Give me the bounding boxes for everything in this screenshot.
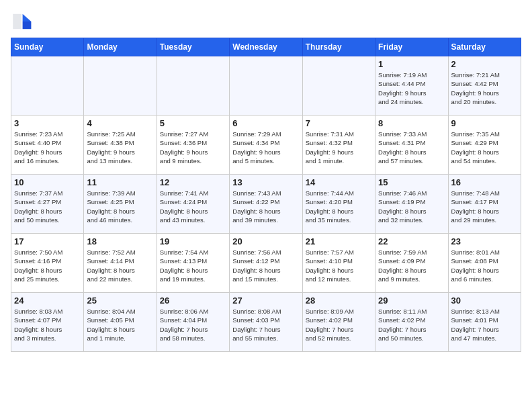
calendar-week-row: 1Sunrise: 7:19 AM Sunset: 4:44 PM Daylig… <box>11 56 521 116</box>
day-info: Sunrise: 8:08 AM Sunset: 4:03 PM Dayligh… <box>232 307 299 342</box>
calendar-cell: 30Sunrise: 8:13 AM Sunset: 4:01 PM Dayli… <box>448 293 521 352</box>
weekday-header: Sunday <box>11 38 84 56</box>
day-info: Sunrise: 7:33 AM Sunset: 4:31 PM Dayligh… <box>378 130 445 165</box>
calendar-cell: 9Sunrise: 7:35 AM Sunset: 4:29 PM Daylig… <box>448 116 521 175</box>
calendar-cell: 15Sunrise: 7:46 AM Sunset: 4:19 PM Dayli… <box>375 175 448 234</box>
calendar-cell: 16Sunrise: 7:48 AM Sunset: 4:17 PM Dayli… <box>448 175 521 234</box>
day-info: Sunrise: 8:04 AM Sunset: 4:05 PM Dayligh… <box>87 307 153 342</box>
day-info: Sunrise: 7:21 AM Sunset: 4:42 PM Dayligh… <box>451 71 518 106</box>
calendar-cell: 11Sunrise: 7:39 AM Sunset: 4:25 PM Dayli… <box>84 175 157 234</box>
calendar-cell: 2Sunrise: 7:21 AM Sunset: 4:42 PM Daylig… <box>448 56 521 116</box>
day-number: 25 <box>87 295 153 306</box>
svg-marker-1 <box>23 21 32 29</box>
calendar-week-row: 3Sunrise: 7:23 AM Sunset: 4:40 PM Daylig… <box>11 116 521 175</box>
day-number: 6 <box>232 118 299 128</box>
day-info: Sunrise: 8:06 AM Sunset: 4:04 PM Dayligh… <box>160 307 226 342</box>
day-number: 7 <box>306 118 372 128</box>
calendar-cell <box>11 56 84 116</box>
day-info: Sunrise: 8:13 AM Sunset: 4:01 PM Dayligh… <box>451 307 518 342</box>
calendar-cell: 3Sunrise: 7:23 AM Sunset: 4:40 PM Daylig… <box>11 116 84 175</box>
day-number: 21 <box>306 236 372 246</box>
calendar-cell: 1Sunrise: 7:19 AM Sunset: 4:44 PM Daylig… <box>375 56 448 116</box>
calendar-cell: 20Sunrise: 7:56 AM Sunset: 4:12 PM Dayli… <box>230 234 302 293</box>
calendar-cell: 22Sunrise: 7:59 AM Sunset: 4:09 PM Dayli… <box>375 234 448 293</box>
weekday-header: Friday <box>375 38 448 56</box>
calendar-week-row: 17Sunrise: 7:50 AM Sunset: 4:16 PM Dayli… <box>11 234 521 293</box>
day-info: Sunrise: 7:41 AM Sunset: 4:24 PM Dayligh… <box>160 189 226 224</box>
logo <box>11 11 35 32</box>
day-info: Sunrise: 7:50 AM Sunset: 4:16 PM Dayligh… <box>14 248 81 283</box>
day-info: Sunrise: 7:27 AM Sunset: 4:36 PM Dayligh… <box>160 130 226 165</box>
day-info: Sunrise: 8:11 AM Sunset: 4:02 PM Dayligh… <box>378 307 445 342</box>
day-number: 15 <box>378 177 445 187</box>
calendar-cell: 13Sunrise: 7:43 AM Sunset: 4:22 PM Dayli… <box>230 175 302 234</box>
day-number: 20 <box>232 236 299 246</box>
day-info: Sunrise: 8:01 AM Sunset: 4:08 PM Dayligh… <box>451 248 518 283</box>
day-info: Sunrise: 7:48 AM Sunset: 4:17 PM Dayligh… <box>451 189 518 224</box>
day-number: 22 <box>378 236 445 246</box>
day-info: Sunrise: 8:09 AM Sunset: 4:02 PM Dayligh… <box>306 307 372 342</box>
day-number: 5 <box>160 118 226 128</box>
weekday-header: Monday <box>84 38 157 56</box>
day-info: Sunrise: 7:54 AM Sunset: 4:13 PM Dayligh… <box>160 248 226 283</box>
day-info: Sunrise: 7:31 AM Sunset: 4:32 PM Dayligh… <box>306 130 372 165</box>
day-info: Sunrise: 7:57 AM Sunset: 4:10 PM Dayligh… <box>306 248 372 283</box>
calendar-table: SundayMondayTuesdayWednesdayThursdayFrid… <box>11 38 521 352</box>
day-number: 29 <box>378 295 445 306</box>
day-number: 14 <box>306 177 372 187</box>
day-number: 10 <box>14 177 81 187</box>
calendar-cell <box>84 56 157 116</box>
calendar-cell: 29Sunrise: 8:11 AM Sunset: 4:02 PM Dayli… <box>375 293 448 352</box>
calendar-cell: 7Sunrise: 7:31 AM Sunset: 4:32 PM Daylig… <box>302 116 375 175</box>
calendar-cell: 6Sunrise: 7:29 AM Sunset: 4:34 PM Daylig… <box>230 116 302 175</box>
calendar-cell <box>230 56 302 116</box>
day-number: 27 <box>232 295 299 306</box>
calendar-cell <box>302 56 375 116</box>
day-info: Sunrise: 7:25 AM Sunset: 4:38 PM Dayligh… <box>87 130 153 165</box>
day-number: 28 <box>306 295 372 306</box>
day-number: 11 <box>87 177 153 187</box>
day-info: Sunrise: 7:39 AM Sunset: 4:25 PM Dayligh… <box>87 189 153 224</box>
day-info: Sunrise: 7:44 AM Sunset: 4:20 PM Dayligh… <box>306 189 372 224</box>
day-number: 18 <box>87 236 153 246</box>
svg-rect-2 <box>13 14 21 29</box>
calendar-cell: 28Sunrise: 8:09 AM Sunset: 4:02 PM Dayli… <box>302 293 375 352</box>
weekday-header: Thursday <box>302 38 375 56</box>
calendar-week-row: 10Sunrise: 7:37 AM Sunset: 4:27 PM Dayli… <box>11 175 521 234</box>
day-number: 9 <box>451 118 518 128</box>
day-number: 26 <box>160 295 226 306</box>
day-info: Sunrise: 7:56 AM Sunset: 4:12 PM Dayligh… <box>232 248 299 283</box>
day-number: 3 <box>14 118 81 128</box>
day-number: 12 <box>160 177 226 187</box>
day-number: 2 <box>451 59 518 69</box>
weekday-header: Tuesday <box>157 38 229 56</box>
day-number: 24 <box>14 295 81 306</box>
day-info: Sunrise: 7:43 AM Sunset: 4:22 PM Dayligh… <box>232 189 299 224</box>
day-number: 8 <box>378 118 445 128</box>
logo-icon <box>11 11 32 32</box>
calendar-cell <box>157 56 229 116</box>
calendar-cell: 25Sunrise: 8:04 AM Sunset: 4:05 PM Dayli… <box>84 293 157 352</box>
day-info: Sunrise: 7:19 AM Sunset: 4:44 PM Dayligh… <box>378 71 445 106</box>
calendar-week-row: 24Sunrise: 8:03 AM Sunset: 4:07 PM Dayli… <box>11 293 521 352</box>
calendar-cell: 24Sunrise: 8:03 AM Sunset: 4:07 PM Dayli… <box>11 293 84 352</box>
calendar-cell: 26Sunrise: 8:06 AM Sunset: 4:04 PM Dayli… <box>157 293 229 352</box>
calendar-cell: 5Sunrise: 7:27 AM Sunset: 4:36 PM Daylig… <box>157 116 229 175</box>
calendar-cell: 14Sunrise: 7:44 AM Sunset: 4:20 PM Dayli… <box>302 175 375 234</box>
day-number: 13 <box>232 177 299 187</box>
day-number: 23 <box>451 236 518 246</box>
day-number: 1 <box>378 59 445 69</box>
calendar-cell: 10Sunrise: 7:37 AM Sunset: 4:27 PM Dayli… <box>11 175 84 234</box>
day-info: Sunrise: 7:23 AM Sunset: 4:40 PM Dayligh… <box>14 130 81 165</box>
day-number: 17 <box>14 236 81 246</box>
calendar-cell: 19Sunrise: 7:54 AM Sunset: 4:13 PM Dayli… <box>157 234 229 293</box>
day-info: Sunrise: 8:03 AM Sunset: 4:07 PM Dayligh… <box>14 307 81 342</box>
calendar-cell: 17Sunrise: 7:50 AM Sunset: 4:16 PM Dayli… <box>11 234 84 293</box>
calendar-cell: 12Sunrise: 7:41 AM Sunset: 4:24 PM Dayli… <box>157 175 229 234</box>
weekday-header: Wednesday <box>230 38 302 56</box>
page-header <box>11 11 521 32</box>
day-number: 16 <box>451 177 518 187</box>
day-number: 19 <box>160 236 226 246</box>
day-info: Sunrise: 7:29 AM Sunset: 4:34 PM Dayligh… <box>232 130 299 165</box>
day-info: Sunrise: 7:37 AM Sunset: 4:27 PM Dayligh… <box>14 189 81 224</box>
